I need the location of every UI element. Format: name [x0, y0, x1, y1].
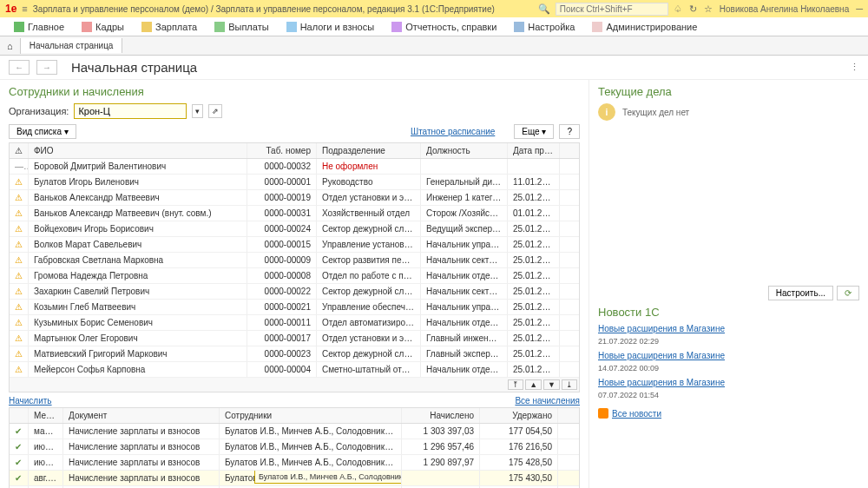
grid-up-icon[interactable]: ▲: [525, 379, 542, 390]
col-date[interactable]: Дата приема: [508, 143, 560, 158]
report-icon: [391, 22, 402, 32]
minimize-icon[interactable]: ─: [856, 3, 863, 14]
table-row[interactable]: ⚠Волков Марат Савельевич0000-00015Управл…: [10, 237, 579, 253]
col-tab[interactable]: Таб. номер: [247, 143, 317, 158]
col-warn[interactable]: ⚠: [10, 143, 29, 158]
org-link-icon[interactable]: ⇗: [208, 104, 222, 118]
all-news-link[interactable]: Все новости: [612, 409, 661, 419]
admin-icon: [592, 22, 602, 32]
percent-icon: [286, 22, 297, 32]
table-row[interactable]: ⚠Захаркин Савелий Петрович0000-00022Сект…: [10, 284, 579, 300]
employees-grid: ⚠ ФИО Таб. номер Подразделение Должность…: [9, 142, 580, 392]
accrue-link[interactable]: Начислить: [9, 396, 52, 406]
menu-vyplaty[interactable]: Выплаты: [207, 20, 275, 34]
payroll-grid: Месяц Документ Сотрудники Начислено Удер…: [9, 407, 580, 488]
list-icon: [14, 22, 24, 32]
news-title: Новости 1С: [598, 306, 859, 319]
news-date: 21.07.2022 02:29: [598, 337, 859, 346]
table-row[interactable]: ⚠Мейерсон Софья Карповна0000-00004Сметно…: [10, 362, 579, 378]
current-user[interactable]: Новикова Ангелина Николаевна: [720, 4, 849, 14]
configure-button[interactable]: Настроить...: [768, 286, 833, 300]
news-item: Новые расширения в Магазине: [598, 351, 859, 360]
tabbar: ⌂ Начальная страница: [0, 36, 868, 56]
tasks-empty: i Текущих дел нет: [598, 103, 859, 121]
navbar: ← → Начальная страница ⋮: [0, 56, 868, 80]
view-list-button[interactable]: Вид списка ▾: [9, 124, 76, 139]
col-emp[interactable]: Сотрудники: [220, 408, 402, 423]
rss-icon: [598, 408, 608, 419]
money-icon: [141, 22, 152, 32]
gear-icon: [514, 22, 524, 32]
news-link[interactable]: Новые расширения в Магазине: [598, 324, 725, 333]
nav-back[interactable]: ←: [9, 60, 30, 75]
wallet-icon: [214, 22, 225, 32]
refresh-icon: ⟳: [845, 288, 852, 298]
people-icon: [82, 22, 92, 32]
menu-nastroika[interactable]: Настройка: [507, 20, 582, 34]
table-row[interactable]: ⚠Ваньков Александр Матвеевич (внут. совм…: [10, 206, 579, 221]
hamburger-icon[interactable]: ≡: [22, 3, 27, 14]
col-dep[interactable]: Подразделение: [317, 143, 421, 158]
table-row[interactable]: ✔май 2...Начисление зарплаты и взносовБу…: [10, 424, 579, 439]
home-icon[interactable]: ⌂: [0, 38, 21, 54]
more-button[interactable]: Еще ▾: [514, 124, 554, 139]
help-button[interactable]: ?: [559, 124, 580, 139]
table-row[interactable]: ⚠Кузьминых Борис Семенович0000-00011Отде…: [10, 315, 579, 331]
nav-forward[interactable]: →: [36, 60, 57, 75]
tab-start[interactable]: Начальная страница: [21, 38, 123, 53]
menu-zarplata[interactable]: Зарплата: [135, 20, 204, 34]
table-row[interactable]: ⚠Ваньков Александр Матвеевич0000-00019От…: [10, 190, 579, 206]
col-pos[interactable]: Должность: [421, 143, 508, 158]
org-dropdown-icon[interactable]: ▾: [192, 104, 203, 118]
col-doc[interactable]: Документ: [63, 408, 220, 423]
table-row[interactable]: ⚠Габровская Светлана Марковна0000-00009С…: [10, 253, 579, 268]
info-icon: i: [598, 103, 615, 121]
table-row[interactable]: —Боровой Дмитрий Валентинович0000-00032Н…: [10, 159, 579, 175]
org-input[interactable]: [74, 103, 187, 119]
table-row[interactable]: ⚠Мартынюк Олег Егорович0000-00017Отдел у…: [10, 331, 579, 346]
menu-nalogi[interactable]: Налоги и взносы: [279, 20, 382, 34]
col-fio[interactable]: ФИО: [29, 143, 247, 158]
grid-top-icon[interactable]: ⤒: [508, 379, 523, 390]
col-month[interactable]: Месяц: [29, 408, 63, 423]
logo-1c: 1e: [5, 3, 16, 15]
menu-main[interactable]: Главное: [7, 20, 71, 34]
employees-grid-header: ⚠ ФИО Таб. номер Подразделение Должность…: [10, 143, 579, 159]
table-row[interactable]: ⚠Войцехович Игорь Борисович0000-00024Сек…: [10, 221, 579, 237]
news-link[interactable]: Новые расширения в Магазине: [598, 351, 725, 360]
menu-kadry[interactable]: Кадры: [75, 20, 131, 34]
news-link[interactable]: Новые расширения в Магазине: [598, 378, 725, 387]
table-row[interactable]: ✔июнь ...Начисление зарплаты и взносовБу…: [10, 439, 579, 455]
grid-down-icon[interactable]: ▼: [543, 379, 560, 390]
star-icon[interactable]: ☆: [704, 3, 713, 15]
table-row[interactable]: ⚠Булатов Игорь Виленович0000-00001Руково…: [10, 175, 579, 190]
grid-footer: ⤒ ▲ ▼ ⤓: [10, 378, 579, 392]
main-menu: Главное Кадры Зарплата Выплаты Налоги и …: [0, 17, 868, 36]
staff-schedule-link[interactable]: Штатное расписание: [411, 127, 495, 136]
col-withheld[interactable]: Удержано: [480, 408, 558, 423]
page-title: Начальная страница: [71, 60, 197, 75]
news-item: Новые расширения в Магазине: [598, 324, 859, 333]
news-date: 07.07.2022 01:54: [598, 391, 859, 399]
table-row[interactable]: ✔июль ...Начисление зарплаты и взносовБу…: [10, 455, 579, 471]
table-row[interactable]: ⚠Матвиевский Григорий Маркович0000-00023…: [10, 346, 579, 362]
tooltip: Булатов И.В., Минчев А.Б., Солодовникова…: [254, 471, 402, 484]
refresh-button[interactable]: ⟳: [837, 286, 859, 300]
bell-icon[interactable]: ♤: [674, 3, 682, 15]
col-accrued[interactable]: Начислено: [402, 408, 480, 423]
org-label: Организация:: [9, 106, 69, 116]
history-icon[interactable]: ↻: [689, 3, 697, 15]
section-employees: Сотрудники и начисления: [9, 85, 580, 98]
grid-bottom-icon[interactable]: ⤓: [562, 379, 577, 390]
tasks-title: Текущие дела: [598, 85, 859, 98]
table-row[interactable]: ⚠Громова Надежда Петровна0000-00008Отдел…: [10, 268, 579, 284]
all-accruals-link[interactable]: Все начисления: [515, 396, 580, 406]
table-row[interactable]: ⚠Козьмин Глеб Матвеевич0000-00021Управле…: [10, 300, 579, 315]
menu-otchet[interactable]: Отчетность, справки: [385, 20, 503, 34]
news-date: 14.07.2022 00:09: [598, 364, 859, 373]
global-search-input[interactable]: [556, 3, 668, 16]
table-row[interactable]: ✔авг. 2...Начисление зарплаты и взносовБ…: [10, 471, 579, 486]
app-title: Зарплата и управление персоналом (демо) …: [33, 4, 533, 14]
menu-admin[interactable]: Администрирование: [585, 20, 704, 34]
kebab-icon[interactable]: ⋮: [850, 62, 859, 73]
